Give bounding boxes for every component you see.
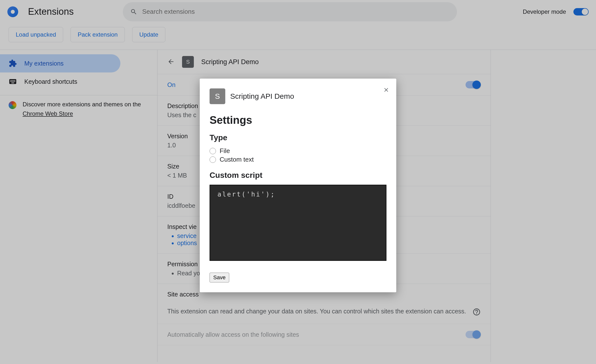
- radio-file-label: File: [220, 147, 230, 155]
- custom-script-heading: Custom script: [210, 171, 386, 180]
- radio-file-input[interactable]: [210, 148, 216, 154]
- settings-heading: Settings: [210, 114, 386, 126]
- options-dialog: S Scripting API Demo Settings Type File …: [200, 79, 396, 292]
- radio-custom-input[interactable]: [210, 156, 216, 163]
- radio-file[interactable]: File: [210, 147, 386, 155]
- modal-overlay: S Scripting API Demo Settings Type File …: [0, 0, 596, 364]
- radio-custom[interactable]: Custom text: [210, 156, 386, 163]
- close-icon: [383, 87, 389, 93]
- dialog-title: Scripting API Demo: [230, 92, 294, 100]
- dialog-badge: S: [210, 88, 225, 104]
- radio-custom-label: Custom text: [220, 156, 254, 163]
- type-heading: Type: [210, 133, 386, 142]
- custom-script-textarea[interactable]: [210, 185, 386, 261]
- close-button[interactable]: [383, 85, 389, 95]
- save-button[interactable]: Save: [210, 273, 229, 282]
